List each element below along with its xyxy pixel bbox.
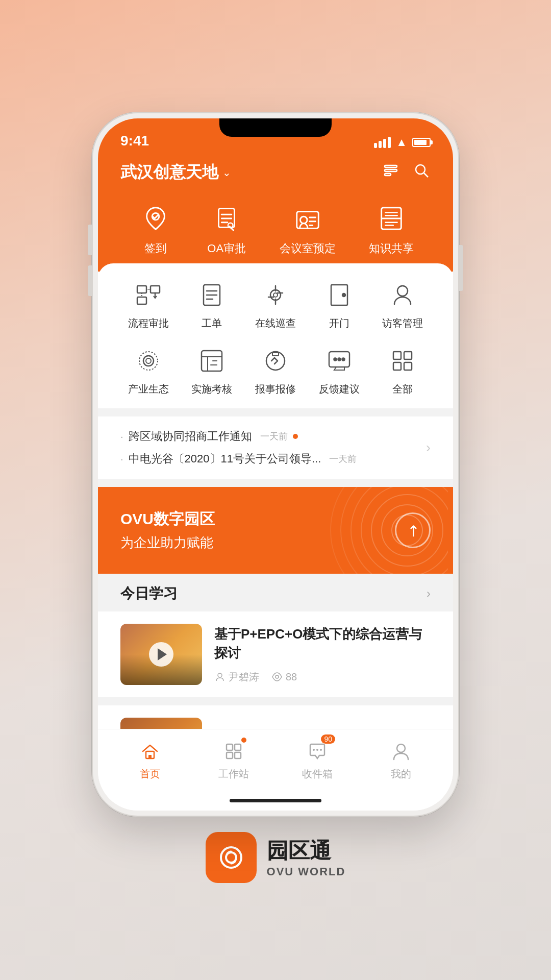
svg-point-46 (218, 673, 222, 677)
learning-more-chevron[interactable]: › (427, 586, 431, 601)
dropdown-icon[interactable]: ⌄ (222, 166, 231, 179)
svg-rect-38 (404, 362, 412, 370)
notification-item-2: · 中电光谷〔2020〕11号关于公司领导... 一天前 (120, 451, 426, 467)
svg-point-54 (316, 749, 318, 751)
func-review[interactable]: 实施考核 (184, 345, 240, 396)
notification-list: · 跨区域协同招商工作通知 一天前 · 中电光谷〔2020〕11号关于公司领导.… (120, 429, 426, 467)
svg-rect-51 (235, 744, 241, 750)
learning-card-1[interactable]: 基于P+EPC+O模式下的综合运营与探讨 尹碧涛 (98, 611, 453, 697)
nav-mine-label: 我的 (391, 767, 411, 781)
banner-arrow-icon: ↗ (402, 520, 423, 541)
svg-point-21 (342, 293, 345, 297)
meeting-icon (289, 200, 326, 237)
learning-card-2[interactable]: 以企业为出发点的综合运营 (98, 705, 453, 729)
notification-text-2: 中电光谷〔2020〕11号关于公司领导... (129, 451, 321, 467)
svg-rect-26 (202, 351, 222, 371)
func-repair[interactable]: 报事报修 (247, 345, 303, 396)
quick-nav-knowledge[interactable]: 知识共享 (369, 200, 414, 256)
play-button-1[interactable] (149, 642, 173, 667)
notification-chevron-icon[interactable]: › (426, 439, 431, 456)
function-row-1: 流程审批 工单 (120, 279, 431, 330)
quick-nav-sign-in[interactable]: 签到 (137, 200, 174, 256)
nav-mine[interactable]: 我的 (359, 739, 443, 781)
svg-point-23 (143, 356, 154, 366)
func-door-label: 开门 (329, 316, 349, 330)
func-work-order[interactable]: 工单 (184, 279, 240, 330)
brand-footer: 园区通 OVU WORLD (206, 832, 346, 883)
notification-time-1: 一天前 (260, 430, 288, 443)
banner-title: OVU数字园区 (120, 509, 215, 530)
svg-point-9 (300, 216, 307, 224)
svg-rect-35 (393, 352, 401, 359)
quick-nav: 签到 OA审批 (98, 195, 453, 272)
svg-point-32 (334, 358, 336, 361)
signal-icon (374, 137, 391, 148)
func-feedback[interactable]: 反馈建议 (311, 345, 367, 396)
svg-point-44 (341, 487, 448, 574)
svg-point-3 (416, 165, 425, 174)
notification-dot-1 (293, 434, 298, 439)
func-process-label: 流程审批 (128, 316, 169, 330)
svg-point-22 (397, 286, 408, 296)
func-door[interactable]: 开门 (311, 279, 367, 330)
func-all[interactable]: 全部 (375, 345, 431, 396)
svg-point-34 (342, 358, 344, 361)
header-title-group[interactable]: 武汉创意天地 ⌄ (120, 161, 231, 184)
svg-point-19 (273, 293, 278, 297)
svg-rect-52 (227, 752, 233, 758)
svg-rect-0 (385, 165, 397, 167)
func-workorder-label: 工单 (202, 316, 222, 330)
learning-views-1: 88 (271, 671, 297, 683)
repair-icon (259, 345, 292, 377)
workstation-dot (241, 738, 246, 743)
all-icon (386, 345, 419, 377)
quick-nav-oa[interactable]: OA审批 (207, 200, 246, 256)
func-ecology[interactable]: 产业生态 (120, 345, 176, 396)
home-indicator (98, 790, 453, 811)
func-process-approval[interactable]: 流程审批 (120, 279, 176, 330)
nav-workstation[interactable]: 工作站 (192, 739, 276, 781)
brand-row: 园区通 OVU WORLD (206, 832, 346, 883)
section-title-learning: 今日学习 (120, 584, 178, 603)
nav-workstation-label: 工作站 (218, 767, 249, 781)
nav-inbox[interactable]: 90 收件箱 (276, 739, 359, 781)
svg-rect-1 (385, 169, 397, 172)
quick-nav-sign-in-label: 签到 (144, 241, 167, 256)
inbox-badge: 90 (321, 734, 335, 744)
main-content: 流程审批 工单 (98, 263, 453, 729)
search-icon[interactable] (412, 161, 431, 184)
func-visitor[interactable]: 访客管理 (375, 279, 431, 330)
profile-icon[interactable] (382, 161, 400, 184)
notification-item-1: · 跨区域协同招商工作通知 一天前 (120, 429, 426, 444)
nav-inbox-label: 收件箱 (302, 767, 333, 781)
status-bar: 9:41 ▲ (98, 118, 453, 154)
svg-rect-53 (235, 752, 241, 758)
svg-point-57 (397, 744, 405, 752)
svg-point-24 (139, 352, 158, 370)
banner-card[interactable]: OVU数字园区 为企业助力赋能 ↗ (98, 487, 453, 574)
notification-card[interactable]: · 跨区域协同招商工作通知 一天前 · 中电光谷〔2020〕11号关于公司领导.… (98, 416, 453, 479)
learning-views-count-1: 88 (286, 671, 297, 683)
message-icon: 90 (305, 739, 330, 764)
func-inspection[interactable]: 在线巡查 (247, 279, 303, 330)
learning-author-1: 尹碧涛 (214, 670, 259, 684)
svg-point-25 (146, 358, 151, 363)
func-repair-label: 报事报修 (255, 382, 296, 396)
svg-rect-2 (385, 174, 391, 176)
visitor-icon (386, 279, 419, 311)
banner-arrow-button[interactable]: ↗ (395, 512, 431, 548)
func-inspection-label: 在线巡查 (255, 316, 296, 330)
status-time: 9:41 (120, 133, 149, 149)
battery-icon (412, 138, 431, 147)
door-icon (323, 279, 356, 311)
location-check-icon (137, 200, 174, 237)
brand-cn-text: 园区通 (267, 837, 331, 865)
nav-home[interactable]: 首页 (108, 739, 192, 781)
svg-rect-30 (272, 353, 279, 356)
app-header: 武汉创意天地 ⌄ (98, 154, 453, 195)
learning-author-name-1: 尹碧涛 (229, 670, 259, 684)
svg-rect-50 (227, 744, 233, 750)
brand-name: 园区通 OVU WORLD (267, 837, 346, 878)
quick-nav-meeting[interactable]: 会议室预定 (280, 200, 336, 256)
learning-meta-1: 尹碧涛 88 (214, 670, 431, 684)
